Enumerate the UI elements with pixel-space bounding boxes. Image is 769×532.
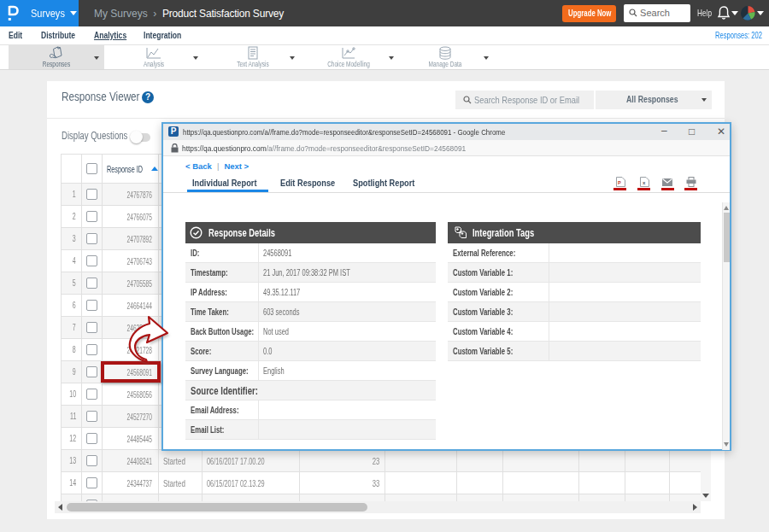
svg-text:P: P xyxy=(618,180,621,185)
